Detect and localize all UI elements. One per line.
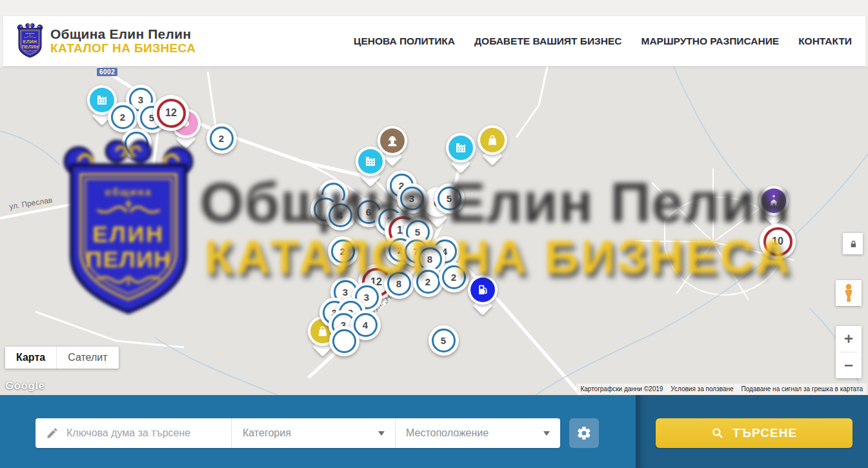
lock-icon: [847, 238, 860, 250]
search-button-label: ТЪРСЕНЕ: [732, 426, 797, 440]
cluster-count: 12: [157, 99, 186, 128]
municipality-emblem-icon: [15, 23, 45, 59]
attribution-text: Картографски данни ©2019: [576, 383, 667, 394]
scroll-lock-control[interactable]: [843, 233, 863, 254]
page: община ЕЛИН ПЕЛИН Община Елин Пелин КАТА…: [0, 0, 868, 468]
pin-circle: [446, 133, 476, 163]
bag-icon: [485, 132, 500, 148]
attribution-link[interactable]: Подаване на сигнал за грешка в картата: [738, 383, 867, 394]
watermark-title: Община Елин Пелин: [0, 170, 868, 236]
keyword-search-input[interactable]: [66, 427, 202, 439]
worker-icon: [385, 133, 400, 148]
site-logo[interactable]: Община Елин Пелин КАТАЛОГ НА БИЗНЕСА: [15, 23, 196, 59]
cluster-marker[interactable]: 2: [108, 102, 138, 132]
map-attribution: Картографски данни ©2019Условия за ползв…: [576, 383, 867, 394]
attribution-link[interactable]: Условия за ползване: [667, 383, 737, 394]
cluster-count: 5: [432, 329, 456, 352]
keyword-segment: [35, 418, 231, 448]
google-map[interactable]: 6002ул. Преславбул. „Новосел 32512223546…: [0, 66, 868, 395]
category-dropdown[interactable]: Категория: [231, 418, 395, 448]
cluster-count: 2: [111, 105, 135, 129]
factory-icon: [453, 140, 469, 156]
map-type-satellite-button[interactable]: Сателит: [56, 347, 118, 369]
street-view-pegman[interactable]: [836, 280, 862, 306]
pencil-icon: [46, 427, 59, 440]
cluster-count: 2: [210, 127, 234, 150]
nav-item-2[interactable]: МАРШРУТНО РАЗПИСАНИЕ: [641, 36, 779, 47]
header: Община Елин Пелин КАТАЛОГ НА БИЗНЕСА ЦЕН…: [3, 16, 865, 66]
nav-item-1[interactable]: ДОБАВЕТЕ ВАШИЯТ БИЗНЕС: [474, 36, 621, 47]
bag-pin[interactable]: [478, 125, 507, 164]
search-icon: [711, 427, 724, 440]
fuel-icon: [475, 282, 490, 298]
map-type-control: Карта Сателит: [5, 347, 119, 369]
search-button[interactable]: ТЪРСЕНЕ: [656, 418, 853, 448]
watermark-subtitle: КАТАЛОГ НА БИЗНЕСА: [0, 230, 868, 283]
cluster-count: [332, 329, 356, 353]
search-bar: Категория Местоположение ТЪРСЕНЕ: [0, 395, 868, 468]
pegman-icon: [840, 283, 857, 303]
factory-icon: [363, 154, 378, 169]
map-type-map-button[interactable]: Карта: [5, 347, 56, 369]
chevron-down-icon: [543, 431, 550, 436]
location-dropdown-label: Местоположение: [406, 427, 489, 439]
zoom-out-button[interactable]: −: [836, 352, 862, 378]
cluster-marker[interactable]: 5: [429, 325, 459, 356]
zoom-control: + −: [836, 326, 862, 378]
gear-icon: [576, 425, 592, 441]
cluster-marker[interactable]: 2: [207, 123, 237, 154]
site-subtitle: КАТАЛОГ НА БИЗНЕСА: [50, 41, 196, 56]
location-dropdown[interactable]: Местоположение: [395, 418, 560, 448]
google-logo[interactable]: Google: [5, 380, 45, 392]
pin-circle: [478, 125, 507, 155]
advanced-search-button[interactable]: [569, 418, 599, 448]
road-number-badge: 6002: [97, 68, 117, 76]
nav-item-3[interactable]: КОНТАКТИ: [798, 36, 852, 47]
cluster-marker[interactable]: [329, 326, 359, 356]
factory-icon: [94, 92, 110, 108]
cluster-marker[interactable]: 12: [153, 95, 189, 131]
search-box: Категория Местоположение: [35, 418, 560, 448]
zoom-in-button[interactable]: +: [836, 326, 862, 352]
factory-pin[interactable]: [446, 133, 476, 172]
main-nav: ЦЕНОВА ПОЛИТИКАДОБАВЕТЕ ВАШИЯТ БИЗНЕСМАР…: [354, 36, 852, 47]
site-title: Община Елин Пелин: [50, 26, 196, 41]
chevron-down-icon: [378, 431, 385, 436]
category-dropdown-label: Категория: [243, 427, 291, 439]
nav-item-0[interactable]: ЦЕНОВА ПОЛИТИКА: [354, 36, 455, 47]
